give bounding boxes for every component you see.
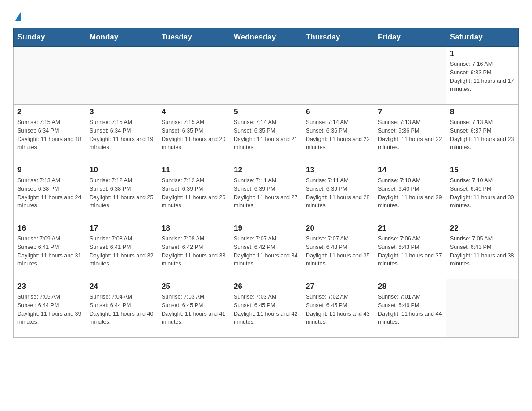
day-number: 5 xyxy=(234,107,298,116)
calendar-cell: 21Sunrise: 7:06 AMSunset: 6:43 PMDayligh… xyxy=(374,221,446,279)
day-number: 22 xyxy=(450,224,515,233)
day-number: 28 xyxy=(378,282,442,291)
day-number: 14 xyxy=(378,166,442,175)
logo-triangle-icon xyxy=(15,11,21,21)
calendar-week-row: 16Sunrise: 7:09 AMSunset: 6:41 PMDayligh… xyxy=(14,221,519,279)
weekday-header-sunday: Sunday xyxy=(14,28,86,47)
day-sun-info: Sunrise: 7:13 AMSunset: 6:36 PMDaylight:… xyxy=(378,118,442,152)
page-header xyxy=(13,9,519,21)
day-sun-info: Sunrise: 7:10 AMSunset: 6:40 PMDaylight:… xyxy=(378,176,442,210)
calendar-cell xyxy=(446,279,518,338)
day-sun-info: Sunrise: 7:03 AMSunset: 6:45 PMDaylight:… xyxy=(162,293,226,326)
day-number: 17 xyxy=(90,224,154,233)
calendar-cell: 15Sunrise: 7:10 AMSunset: 6:40 PMDayligh… xyxy=(446,163,518,221)
day-sun-info: Sunrise: 7:06 AMSunset: 6:43 PMDaylight:… xyxy=(378,235,442,268)
day-number: 18 xyxy=(162,224,226,233)
day-sun-info: Sunrise: 7:14 AMSunset: 6:35 PMDaylight:… xyxy=(234,118,298,152)
calendar-week-row: 23Sunrise: 7:05 AMSunset: 6:44 PMDayligh… xyxy=(14,279,519,338)
day-number: 12 xyxy=(234,166,298,175)
logo xyxy=(13,9,21,21)
day-sun-info: Sunrise: 7:09 AMSunset: 6:41 PMDaylight:… xyxy=(17,235,82,268)
weekday-header-monday: Monday xyxy=(86,28,158,47)
calendar-cell: 11Sunrise: 7:12 AMSunset: 6:39 PMDayligh… xyxy=(158,163,230,221)
day-sun-info: Sunrise: 7:04 AMSunset: 6:44 PMDaylight:… xyxy=(90,293,154,326)
calendar-cell: 9Sunrise: 7:13 AMSunset: 6:38 PMDaylight… xyxy=(14,163,86,221)
calendar-cell: 25Sunrise: 7:03 AMSunset: 6:45 PMDayligh… xyxy=(158,279,230,338)
day-number: 27 xyxy=(306,282,370,291)
day-sun-info: Sunrise: 7:07 AMSunset: 6:43 PMDaylight:… xyxy=(306,235,370,268)
day-sun-info: Sunrise: 7:03 AMSunset: 6:45 PMDaylight:… xyxy=(234,293,298,326)
day-sun-info: Sunrise: 7:15 AMSunset: 6:34 PMDaylight:… xyxy=(90,118,154,152)
calendar-cell: 1Sunrise: 7:16 AMSunset: 6:33 PMDaylight… xyxy=(446,47,518,105)
calendar-cell: 23Sunrise: 7:05 AMSunset: 6:44 PMDayligh… xyxy=(14,279,86,338)
day-number: 15 xyxy=(450,166,515,175)
day-number: 24 xyxy=(90,282,154,291)
calendar-cell: 16Sunrise: 7:09 AMSunset: 6:41 PMDayligh… xyxy=(14,221,86,279)
calendar-cell: 7Sunrise: 7:13 AMSunset: 6:36 PMDaylight… xyxy=(374,105,446,163)
day-sun-info: Sunrise: 7:08 AMSunset: 6:41 PMDaylight:… xyxy=(90,235,154,268)
calendar-cell: 26Sunrise: 7:03 AMSunset: 6:45 PMDayligh… xyxy=(230,279,302,338)
calendar-cell xyxy=(302,47,374,105)
calendar-cell xyxy=(158,47,230,105)
calendar-cell: 12Sunrise: 7:11 AMSunset: 6:39 PMDayligh… xyxy=(230,163,302,221)
calendar-cell: 28Sunrise: 7:01 AMSunset: 6:46 PMDayligh… xyxy=(374,279,446,338)
day-sun-info: Sunrise: 7:05 AMSunset: 6:43 PMDaylight:… xyxy=(450,235,515,268)
calendar-cell: 8Sunrise: 7:13 AMSunset: 6:37 PMDaylight… xyxy=(446,105,518,163)
day-sun-info: Sunrise: 7:08 AMSunset: 6:42 PMDaylight:… xyxy=(162,235,226,268)
calendar-cell xyxy=(14,47,86,105)
calendar-cell xyxy=(86,47,158,105)
day-number: 2 xyxy=(17,107,82,116)
day-number: 26 xyxy=(234,282,298,291)
weekday-header-tuesday: Tuesday xyxy=(158,28,230,47)
day-sun-info: Sunrise: 7:07 AMSunset: 6:42 PMDaylight:… xyxy=(234,235,298,268)
calendar-cell xyxy=(374,47,446,105)
day-sun-info: Sunrise: 7:13 AMSunset: 6:38 PMDaylight:… xyxy=(17,176,82,210)
day-sun-info: Sunrise: 7:15 AMSunset: 6:35 PMDaylight:… xyxy=(162,118,226,152)
day-sun-info: Sunrise: 7:14 AMSunset: 6:36 PMDaylight:… xyxy=(306,118,370,152)
calendar-cell: 24Sunrise: 7:04 AMSunset: 6:44 PMDayligh… xyxy=(86,279,158,338)
day-number: 16 xyxy=(17,224,82,233)
day-number: 19 xyxy=(234,224,298,233)
calendar-cell: 17Sunrise: 7:08 AMSunset: 6:41 PMDayligh… xyxy=(86,221,158,279)
day-sun-info: Sunrise: 7:12 AMSunset: 6:39 PMDaylight:… xyxy=(162,176,226,210)
day-number: 1 xyxy=(450,49,515,58)
calendar-cell: 20Sunrise: 7:07 AMSunset: 6:43 PMDayligh… xyxy=(302,221,374,279)
calendar-cell: 19Sunrise: 7:07 AMSunset: 6:42 PMDayligh… xyxy=(230,221,302,279)
day-number: 11 xyxy=(162,166,226,175)
day-number: 4 xyxy=(162,107,226,116)
day-sun-info: Sunrise: 7:10 AMSunset: 6:40 PMDaylight:… xyxy=(450,176,515,210)
calendar-cell: 18Sunrise: 7:08 AMSunset: 6:42 PMDayligh… xyxy=(158,221,230,279)
calendar-cell: 10Sunrise: 7:12 AMSunset: 6:38 PMDayligh… xyxy=(86,163,158,221)
day-number: 13 xyxy=(306,166,370,175)
day-sun-info: Sunrise: 7:05 AMSunset: 6:44 PMDaylight:… xyxy=(17,293,82,326)
day-number: 21 xyxy=(378,224,442,233)
day-sun-info: Sunrise: 7:11 AMSunset: 6:39 PMDaylight:… xyxy=(306,176,370,210)
weekday-header-wednesday: Wednesday xyxy=(230,28,302,47)
day-sun-info: Sunrise: 7:16 AMSunset: 6:33 PMDaylight:… xyxy=(450,60,515,94)
calendar-table: SundayMondayTuesdayWednesdayThursdayFrid… xyxy=(13,28,519,338)
day-number: 25 xyxy=(162,282,226,291)
calendar-cell: 3Sunrise: 7:15 AMSunset: 6:34 PMDaylight… xyxy=(86,105,158,163)
calendar-cell: 14Sunrise: 7:10 AMSunset: 6:40 PMDayligh… xyxy=(374,163,446,221)
calendar-cell: 22Sunrise: 7:05 AMSunset: 6:43 PMDayligh… xyxy=(446,221,518,279)
weekday-header-row: SundayMondayTuesdayWednesdayThursdayFrid… xyxy=(14,28,519,47)
day-sun-info: Sunrise: 7:01 AMSunset: 6:46 PMDaylight:… xyxy=(378,293,442,326)
calendar-week-row: 1Sunrise: 7:16 AMSunset: 6:33 PMDaylight… xyxy=(14,47,519,105)
calendar-cell: 27Sunrise: 7:02 AMSunset: 6:45 PMDayligh… xyxy=(302,279,374,338)
day-sun-info: Sunrise: 7:11 AMSunset: 6:39 PMDaylight:… xyxy=(234,176,298,210)
day-sun-info: Sunrise: 7:15 AMSunset: 6:34 PMDaylight:… xyxy=(17,118,82,152)
calendar-cell: 5Sunrise: 7:14 AMSunset: 6:35 PMDaylight… xyxy=(230,105,302,163)
day-sun-info: Sunrise: 7:13 AMSunset: 6:37 PMDaylight:… xyxy=(450,118,515,152)
calendar-cell: 13Sunrise: 7:11 AMSunset: 6:39 PMDayligh… xyxy=(302,163,374,221)
calendar-cell: 6Sunrise: 7:14 AMSunset: 6:36 PMDaylight… xyxy=(302,105,374,163)
weekday-header-saturday: Saturday xyxy=(446,28,518,47)
day-number: 3 xyxy=(90,107,154,116)
calendar-week-row: 9Sunrise: 7:13 AMSunset: 6:38 PMDaylight… xyxy=(14,163,519,221)
calendar-week-row: 2Sunrise: 7:15 AMSunset: 6:34 PMDaylight… xyxy=(14,105,519,163)
day-number: 10 xyxy=(90,166,154,175)
day-number: 8 xyxy=(450,107,515,116)
day-number: 9 xyxy=(17,166,82,175)
calendar-cell: 2Sunrise: 7:15 AMSunset: 6:34 PMDaylight… xyxy=(14,105,86,163)
weekday-header-thursday: Thursday xyxy=(302,28,374,47)
day-number: 20 xyxy=(306,224,370,233)
